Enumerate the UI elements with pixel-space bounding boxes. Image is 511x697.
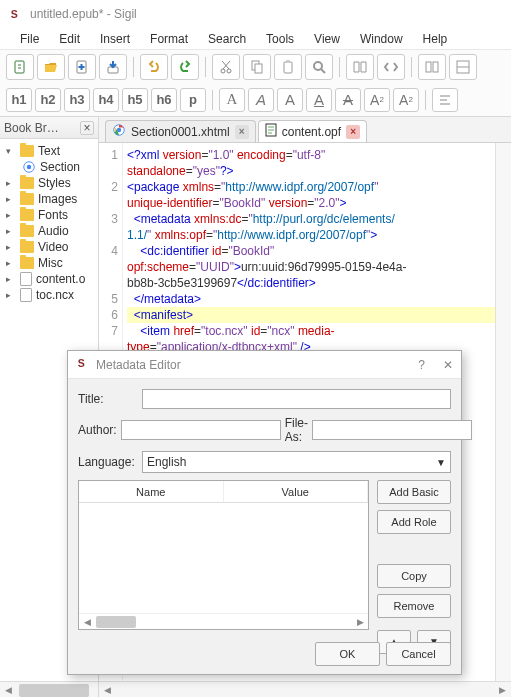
col-value[interactable]: Value [224, 481, 369, 502]
metadata-editor-dialog: S Metadata Editor ? ✕ Title: Author: Fil… [67, 350, 462, 675]
style-a3-button[interactable]: A [277, 88, 303, 112]
split-button[interactable] [418, 54, 446, 80]
save-button[interactable] [99, 54, 127, 80]
strike-button[interactable]: A [335, 88, 361, 112]
menu-insert[interactable]: Insert [92, 30, 138, 48]
window-titlebar: S untitled.epub* - Sigil [0, 0, 511, 28]
svg-rect-14 [284, 62, 292, 73]
menu-format[interactable]: Format [142, 30, 196, 48]
cut-button[interactable] [212, 54, 240, 80]
subscript-button[interactable]: A2 [364, 88, 390, 112]
tab-label: Section0001.xhtml [131, 125, 230, 139]
title-input[interactable] [142, 389, 451, 409]
fileas-label: File-As: [285, 416, 308, 444]
tab-content-opf[interactable]: content.opf × [258, 120, 367, 142]
underline-button[interactable]: A [306, 88, 332, 112]
remove-button[interactable]: Remove [377, 594, 451, 618]
col-name[interactable]: Name [79, 481, 224, 502]
sidebar-close-icon[interactable]: × [80, 121, 94, 135]
tree-item[interactable]: ▸Video [2, 239, 96, 255]
window-title: untitled.epub* - Sigil [30, 7, 137, 21]
superscript-button[interactable]: A2 [393, 88, 419, 112]
tab-close-icon[interactable]: × [235, 125, 249, 139]
scroll-thumb[interactable] [96, 616, 136, 628]
p-button[interactable]: p [180, 88, 206, 112]
add-basic-button[interactable]: Add Basic [377, 480, 451, 504]
more-button[interactable] [449, 54, 477, 80]
menu-edit[interactable]: Edit [51, 30, 88, 48]
scroll-left-icon[interactable]: ◀ [79, 617, 95, 627]
cancel-button[interactable]: Cancel [386, 642, 451, 666]
author-label: Author: [78, 423, 117, 437]
menu-file[interactable]: File [12, 30, 47, 48]
svg-text:S: S [11, 8, 18, 20]
menu-tools[interactable]: Tools [258, 30, 302, 48]
h5-button[interactable]: h5 [122, 88, 148, 112]
tree-item[interactable]: ▸Fonts [2, 207, 96, 223]
toolbars: h1 h2 h3 h4 h5 h6 p A A A A A A2 A2 [0, 50, 511, 117]
add-button[interactable] [68, 54, 96, 80]
svg-line-11 [222, 61, 229, 69]
tree-item[interactable]: Section [2, 159, 96, 175]
folder-icon [20, 257, 34, 269]
scroll-left-icon[interactable]: ◀ [0, 682, 17, 698]
tree-item[interactable]: ▸content.o [2, 271, 96, 287]
paste-button[interactable] [274, 54, 302, 80]
help-icon[interactable]: ? [418, 358, 425, 372]
tab-section[interactable]: Section0001.xhtml × [105, 120, 256, 142]
ok-button[interactable]: OK [315, 642, 380, 666]
svg-point-16 [314, 62, 322, 70]
language-select[interactable]: English ▼ [142, 451, 451, 473]
title-label: Title: [78, 392, 138, 406]
h1-button[interactable]: h1 [6, 88, 32, 112]
tree-item[interactable]: ▸Styles [2, 175, 96, 191]
align-button[interactable] [432, 88, 458, 112]
scroll-right-icon[interactable]: ▶ [494, 682, 511, 698]
copy-button[interactable]: Copy [377, 564, 451, 588]
tree-label: toc.ncx [36, 288, 74, 302]
book-view-button[interactable] [346, 54, 374, 80]
style-a2-button[interactable]: A [248, 88, 274, 112]
tree-label: Fonts [38, 208, 68, 222]
close-icon[interactable]: ✕ [443, 358, 453, 372]
svg-rect-1 [15, 61, 24, 73]
h6-button[interactable]: h6 [151, 88, 177, 112]
scroll-left-icon[interactable]: ◀ [99, 682, 116, 698]
tree-item[interactable]: ▸Images [2, 191, 96, 207]
tab-close-icon[interactable]: × [346, 125, 360, 139]
undo-button[interactable] [140, 54, 168, 80]
find-button[interactable] [305, 54, 333, 80]
scroll-thumb[interactable] [19, 684, 89, 697]
svg-rect-13 [255, 64, 262, 73]
tree-item[interactable]: ▾Text [2, 143, 96, 159]
editor-vscroll[interactable] [495, 143, 511, 681]
chrome-icon [112, 123, 126, 140]
tree-item[interactable]: ▸toc.ncx [2, 287, 96, 303]
menu-view[interactable]: View [306, 30, 348, 48]
folder-icon [20, 241, 34, 253]
app-icon: S [8, 6, 24, 22]
file-icon [20, 288, 32, 302]
h2-button[interactable]: h2 [35, 88, 61, 112]
open-button[interactable] [37, 54, 65, 80]
add-role-button[interactable]: Add Role [377, 510, 451, 534]
menu-help[interactable]: Help [415, 30, 456, 48]
fileas-input[interactable] [312, 420, 472, 440]
file-icon [265, 123, 277, 140]
copy-button[interactable] [243, 54, 271, 80]
new-button[interactable] [6, 54, 34, 80]
tree-item[interactable]: ▸Audio [2, 223, 96, 239]
menu-window[interactable]: Window [352, 30, 411, 48]
tree-item[interactable]: ▸Misc [2, 255, 96, 271]
style-a-button[interactable]: A [219, 88, 245, 112]
scroll-right-icon[interactable]: ▶ [352, 617, 368, 627]
code-view-button[interactable] [377, 54, 405, 80]
menu-search[interactable]: Search [200, 30, 254, 48]
tree-label: Misc [38, 256, 63, 270]
redo-button[interactable] [171, 54, 199, 80]
h3-button[interactable]: h3 [64, 88, 90, 112]
metadata-list[interactable]: Name Value ◀ ▶ [78, 480, 369, 630]
author-input[interactable] [121, 420, 281, 440]
tab-label: content.opf [282, 125, 341, 139]
h4-button[interactable]: h4 [93, 88, 119, 112]
